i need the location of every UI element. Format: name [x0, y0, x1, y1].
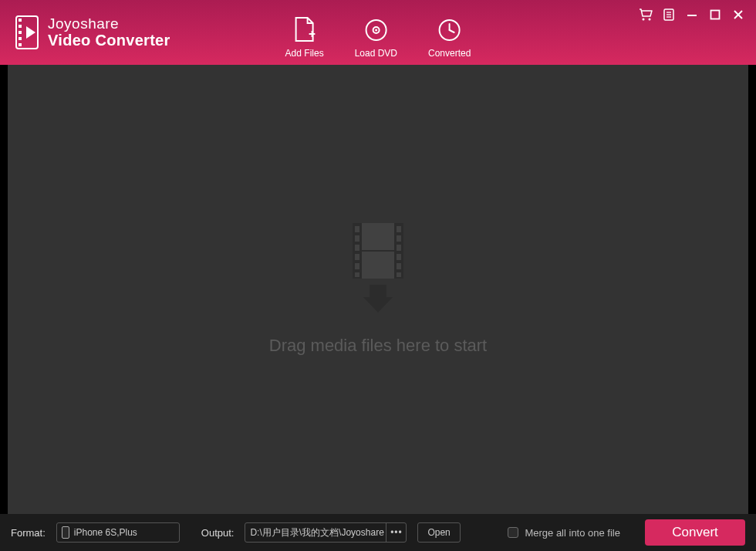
app-window: Joyoshare Video Converter Add Files — [0, 0, 756, 551]
svg-rect-3 — [19, 31, 22, 34]
converted-button[interactable]: Converted — [428, 19, 471, 59]
add-file-icon — [294, 17, 316, 45]
svg-marker-42 — [363, 297, 393, 313]
svg-rect-37 — [397, 254, 401, 260]
output-label: Output: — [201, 527, 235, 539]
open-label: Open — [427, 527, 450, 538]
svg-rect-41 — [370, 285, 386, 297]
main-toolbar: Add Files Load DVD — [285, 17, 471, 59]
svg-rect-29 — [355, 235, 359, 242]
close-button[interactable] — [731, 8, 745, 22]
converted-label: Converted — [428, 48, 471, 59]
clock-icon — [438, 19, 461, 45]
open-folder-button[interactable]: Open — [417, 522, 460, 543]
menu-icon[interactable] — [662, 8, 676, 22]
svg-rect-32 — [355, 263, 359, 269]
output-path-box: D:\用户目录\我的文档\Joyoshare V ••• — [245, 522, 407, 543]
add-files-button[interactable]: Add Files — [285, 17, 324, 59]
maximize-button[interactable] — [708, 8, 722, 22]
load-dvd-label: Load DVD — [355, 48, 397, 59]
format-selector[interactable]: iPhone 6S,Plus — [56, 522, 180, 543]
header: Joyoshare Video Converter Add Files — [0, 0, 756, 65]
svg-rect-34 — [397, 226, 401, 232]
checkbox-icon — [508, 527, 518, 538]
logo: Joyoshare Video Converter — [0, 15, 170, 49]
svg-rect-36 — [397, 245, 401, 251]
convert-button[interactable]: Convert — [645, 519, 745, 546]
load-dvd-button[interactable]: Load DVD — [355, 19, 397, 59]
svg-rect-22 — [711, 11, 720, 19]
drop-message: Drag media files here to start — [269, 336, 487, 356]
format-label: Format: — [11, 527, 46, 539]
svg-point-15 — [643, 19, 645, 21]
cart-icon[interactable] — [639, 8, 653, 22]
window-controls — [639, 8, 745, 22]
logo-text: Joyoshare Video Converter — [48, 16, 170, 49]
svg-line-14 — [450, 30, 454, 32]
svg-marker-6 — [26, 26, 35, 39]
output-path: D:\用户目录\我的文档\Joyoshare V — [245, 526, 386, 539]
svg-rect-2 — [19, 25, 22, 28]
svg-rect-5 — [19, 43, 22, 46]
brand-name: Joyoshare — [48, 16, 170, 32]
svg-rect-31 — [355, 254, 359, 260]
phone-icon — [62, 526, 69, 539]
svg-rect-38 — [397, 263, 401, 269]
minimize-button[interactable] — [685, 8, 699, 22]
svg-rect-1 — [19, 19, 22, 22]
svg-rect-4 — [19, 37, 22, 40]
footer: Format: iPhone 6S,Plus Output: D:\用户目录\我… — [0, 514, 756, 551]
svg-rect-35 — [397, 235, 401, 242]
svg-rect-28 — [355, 226, 359, 232]
disc-icon — [364, 19, 387, 45]
format-value: iPhone 6S,Plus — [74, 527, 137, 538]
svg-rect-30 — [355, 245, 359, 251]
add-files-label: Add Files — [285, 48, 324, 59]
svg-point-11 — [375, 29, 377, 32]
merge-label: Merge all into one file — [525, 527, 620, 539]
browse-output-button[interactable]: ••• — [386, 523, 406, 542]
film-drop-icon — [343, 223, 413, 319]
product-name: Video Converter — [48, 32, 170, 49]
film-logo-icon — [15, 15, 39, 49]
svg-point-16 — [649, 19, 651, 21]
drop-zone[interactable]: Drag media files here to start — [8, 65, 748, 514]
convert-label: Convert — [672, 525, 718, 540]
svg-rect-33 — [355, 272, 359, 277]
svg-rect-39 — [397, 272, 401, 277]
merge-checkbox[interactable]: Merge all into one file — [508, 527, 620, 539]
